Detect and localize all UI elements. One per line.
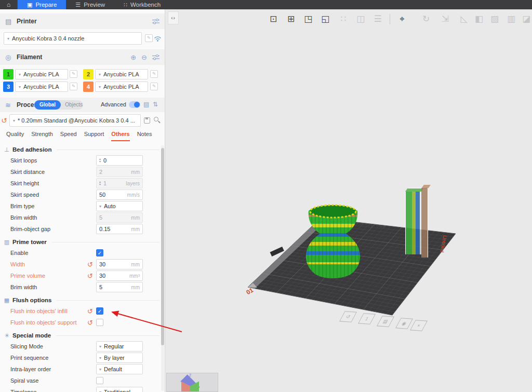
filament-2-badge[interactable]: 2: [83, 69, 94, 79]
variable-layer-height-icon[interactable]: ▥: [504, 12, 518, 26]
tab-quality[interactable]: Quality: [6, 131, 24, 141]
reset-icon[interactable]: ↺: [87, 272, 93, 280]
reset-preset-icon[interactable]: ↺: [1, 116, 7, 125]
edit-filament-3-icon[interactable]: ✎: [70, 83, 77, 90]
move-icon[interactable]: ⌖: [395, 12, 409, 26]
filament-3-select[interactable]: ▾Anycubic PLA: [15, 82, 68, 92]
setting-row-skirt-speed: Skirt speed50mm/s: [0, 189, 165, 200]
slicing-mode-select[interactable]: ▾Regular: [96, 341, 143, 352]
panel-scrollbar[interactable]: [161, 145, 164, 391]
wifi-icon[interactable]: [154, 35, 162, 44]
setting-value: 5: [99, 284, 102, 290]
prime-tower-model[interactable]: [405, 188, 428, 258]
tab-speed[interactable]: Speed: [60, 131, 77, 141]
plate-settings-icon[interactable]: ◉: [395, 318, 413, 329]
setting-value: By layer: [104, 355, 125, 361]
filament-4-select[interactable]: ▾Anycubic PLA: [95, 82, 148, 92]
tab-strength[interactable]: Strength: [31, 131, 53, 141]
flush-into-objects-support-checkbox[interactable]: ✓: [96, 319, 103, 326]
brim-type-select[interactable]: ▾Auto: [96, 201, 143, 211]
lay-flat-icon[interactable]: ◺: [457, 12, 471, 26]
brim-object-gap-input[interactable]: 0.15mm: [96, 224, 143, 234]
fill-icon[interactable]: ▨: [487, 12, 502, 26]
navigation-cube[interactable]: z: [166, 373, 218, 392]
cut-icon[interactable]: ◪: [519, 12, 532, 26]
split-plate-icon[interactable]: ◫: [353, 12, 368, 26]
spinner-arrows-icon[interactable]: ▴▾: [99, 181, 101, 186]
filament-4-badge[interactable]: 4: [83, 82, 94, 92]
viewport-3d[interactable]: ‹› ⊡⊞◳◱∷◫☰⌖↻⇲◺◧▨▥◪ Smooth PEI Plate 01 U…: [165, 9, 532, 392]
rotate-icon[interactable]: ↻: [419, 12, 433, 26]
skirt-distance-input[interactable]: 2mm: [96, 167, 143, 177]
skirt-loops-input[interactable]: ▴▾0: [96, 155, 143, 166]
layers-icon[interactable]: ☰: [370, 12, 385, 26]
filament-settings-icon[interactable]: [152, 54, 159, 60]
edit-filament-2-icon[interactable]: ✎: [150, 70, 158, 78]
home-icon: ⌂: [7, 1, 10, 8]
save-preset-icon[interactable]: [144, 117, 150, 124]
filament-1-select[interactable]: ▾Anycubic PLA: [15, 69, 68, 79]
process-scope-toggle[interactable]: Global Objects: [34, 100, 83, 110]
brim-width-input[interactable]: 5mm: [96, 282, 143, 292]
reset-icon[interactable]: ↺: [87, 261, 93, 268]
edit-filament-1-icon[interactable]: ✎: [70, 70, 77, 78]
edit-filament-4-icon[interactable]: ✎: [150, 83, 158, 90]
filament-2-value: Anycubic PLA: [103, 71, 139, 77]
scale-icon[interactable]: ⇲: [438, 12, 453, 26]
skirt-height-input[interactable]: ▴▾1layers: [96, 178, 143, 188]
remove-filament-icon[interactable]: ⊖: [141, 53, 147, 61]
timelapse-select[interactable]: ▾Traditional: [96, 387, 143, 392]
edit-printer-icon[interactable]: ✎: [145, 34, 153, 42]
tab-others[interactable]: Others: [111, 131, 129, 141]
printer-settings-icon[interactable]: [152, 18, 159, 24]
setting-value: 30: [99, 261, 105, 267]
scope-objects[interactable]: Objects: [61, 100, 87, 110]
scope-global[interactable]: Global: [34, 100, 61, 110]
width-input[interactable]: 30mm: [96, 259, 143, 269]
print-sequence-select[interactable]: ▾By layer: [96, 353, 143, 363]
build-plate[interactable]: [165, 9, 532, 392]
vase-model[interactable]: [300, 202, 366, 282]
tab-notes[interactable]: Notes: [137, 131, 152, 141]
preset-list-icon[interactable]: ▤: [143, 101, 149, 108]
prime-volume-input[interactable]: 30mm³: [96, 271, 143, 281]
setting-row-print-sequence: Print sequence▾By layer: [0, 352, 165, 363]
tab-preview[interactable]: ☰ Preview: [66, 0, 114, 9]
brim-width-input[interactable]: 5mm: [96, 212, 143, 223]
tab-prepare[interactable]: ▣ Prepare: [18, 0, 66, 9]
plate-name-label[interactable]: Untitled: [439, 235, 448, 253]
add-object-icon[interactable]: ⊡: [266, 12, 281, 26]
shuffle-plate-icon[interactable]: ↺: [339, 311, 357, 322]
process-preset-select[interactable]: ▾ * 0.20mm Standard @Anycubic Kobra 3 0.…: [9, 114, 141, 127]
spiral-vase-checkbox[interactable]: ✓: [96, 377, 103, 384]
intra-layer-order-select[interactable]: ▾Default: [96, 364, 143, 374]
flush-into-objects-infill-checkbox[interactable]: ✓: [96, 307, 103, 315]
lock-plate-icon[interactable]: ▤: [377, 316, 394, 327]
enable-checkbox[interactable]: ✓: [96, 249, 103, 256]
add-plate-icon[interactable]: ⊞: [284, 12, 298, 26]
skirt-speed-input[interactable]: 50mm/s: [96, 190, 143, 200]
setting-value: 30: [99, 273, 105, 279]
scrollbar-thumb[interactable]: [161, 148, 164, 345]
spinner-arrows-icon[interactable]: ▴▾: [99, 158, 101, 163]
auto-arrange-icon[interactable]: ◳: [301, 12, 315, 26]
tab-workbench[interactable]: ∷ Workbench: [114, 0, 170, 9]
delete-plate-icon[interactable]: ×: [410, 320, 428, 331]
reset-icon[interactable]: ↺: [87, 319, 93, 327]
filament-3-badge[interactable]: 3: [3, 82, 14, 92]
plate-name-icon[interactable]: 1: [358, 313, 376, 325]
collapse-panel-button[interactable]: ‹›: [168, 11, 179, 24]
clone-icon[interactable]: ∷: [336, 12, 351, 26]
filament-2-select[interactable]: ▾Anycubic PLA: [95, 69, 148, 79]
home-button[interactable]: ⌂: [0, 0, 18, 9]
advanced-toggle[interactable]: [129, 101, 140, 108]
printer-select[interactable]: ▾ Anycubic Kobra 3 0.4 nozzle: [4, 32, 142, 45]
add-filament-icon[interactable]: ⊕: [130, 53, 136, 61]
auto-orient-icon[interactable]: ◱: [318, 12, 332, 26]
tab-support[interactable]: Support: [84, 131, 104, 141]
filament-1-badge[interactable]: 1: [3, 69, 14, 79]
reset-icon[interactable]: ↺: [87, 307, 93, 315]
search-preset-icon[interactable]: [154, 117, 158, 121]
split-icon[interactable]: ◧: [472, 12, 486, 26]
sort-ab-icon[interactable]: ⇅: [153, 101, 158, 108]
